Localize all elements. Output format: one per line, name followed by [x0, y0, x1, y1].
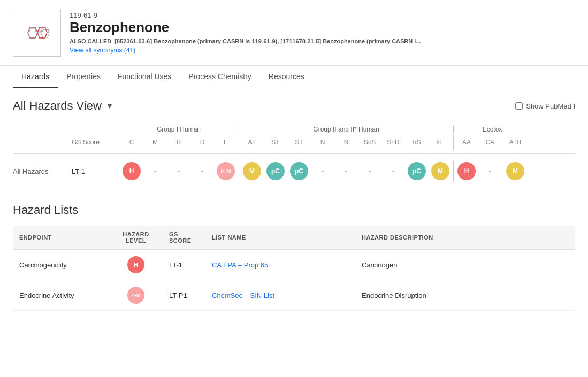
col-header-e: E: [214, 139, 238, 146]
badge-irs: pC: [408, 162, 426, 180]
badge-level-1: H: [127, 256, 144, 273]
badge-c: H: [123, 162, 141, 180]
cell-n1: -: [311, 167, 334, 175]
col-header-snr: SnR: [381, 139, 405, 146]
cell-e[interactable]: H-M: [214, 162, 238, 180]
badge-e: H-M: [217, 162, 235, 180]
pubmed-checkbox-area: Show PubMed I: [515, 102, 575, 110]
cell-m: -: [143, 167, 167, 175]
col-header-n2: N: [334, 139, 358, 146]
badge-st2: pC: [290, 162, 308, 180]
col-header-at: AT: [240, 139, 264, 146]
view-header: All Hazards View ▼ Show PubMed I: [13, 99, 575, 113]
tab-bar: Hazards Properties Functional Uses Proce…: [0, 66, 588, 88]
table-row: Carcinogenicity H LT-1 CA EPA – Prop 65 …: [13, 250, 575, 280]
list-carcinogenicity[interactable]: CA EPA – Prop 65: [205, 250, 355, 280]
col-header-irs: IrS: [405, 139, 429, 146]
cell-at[interactable]: M: [240, 162, 264, 180]
list-link-2[interactable]: ChemSec – SIN List: [212, 291, 274, 299]
cell-atb[interactable]: M: [502, 162, 529, 180]
col-header-m: M: [143, 139, 167, 146]
cell-d: -: [190, 167, 214, 175]
badge-aa: H: [457, 162, 476, 180]
main-content: All Hazards View ▼ Show PubMed I Group I…: [0, 88, 588, 321]
level-endocrine: H-M: [109, 280, 163, 311]
cell-st2[interactable]: pC: [287, 162, 311, 180]
hazards-grid: Group I Human Group II and II* Human Eco…: [13, 126, 575, 186]
hazard-lists-section: Hazard Lists ENDPOINT HAZARD LEVEL GS SC…: [13, 203, 575, 311]
endpoint-endocrine: Endocrine Activity: [13, 280, 109, 311]
svg-line-8: [28, 33, 30, 38]
score-carcinogenicity: LT-1: [163, 250, 205, 280]
dropdown-arrow-icon: ▼: [106, 102, 113, 110]
page-header: O 119-61-9 Benzophenone ALSO CALLED [852…: [0, 0, 588, 66]
th-list-name: LIST NAME: [205, 226, 355, 250]
col-header-ca: CA: [478, 139, 502, 146]
ecotox-label: Ecotox: [455, 126, 530, 133]
desc-carcinogenicity: Carcinogen: [355, 250, 575, 280]
th-gs-score: GS SCORE: [163, 226, 205, 250]
all-hazards-row: All Hazards LT-1 H - - - H-M M pC: [13, 156, 575, 186]
col-header-n1: N: [311, 139, 334, 146]
svg-line-6: [35, 33, 37, 38]
cell-aa[interactable]: H: [455, 162, 478, 180]
cell-ca: -: [478, 167, 502, 175]
col-header-atb: ATB: [502, 139, 529, 146]
also-called-label: ALSO CALLED: [70, 38, 111, 44]
compound-name: Benzophenone: [70, 19, 421, 36]
row-label: All Hazards: [13, 167, 72, 175]
molecule-image: O: [13, 9, 61, 57]
cas-number: 119-61-9: [70, 11, 421, 19]
cell-n2: -: [334, 167, 358, 175]
tab-properties[interactable]: Properties: [58, 66, 109, 88]
badge-level-2: H-M: [127, 287, 144, 304]
also-called-text: [852361-03-6] Benzophenone (primary CASR…: [114, 38, 421, 44]
col-header-d: D: [190, 139, 214, 146]
group2-label: Group II and II* Human: [240, 126, 452, 133]
badge-st1: pC: [266, 162, 285, 180]
view-title-text: All Hazards View: [13, 99, 102, 113]
tab-process-chemistry[interactable]: Process Chemistry: [180, 66, 259, 88]
score-endocrine: LT-P1: [163, 280, 205, 311]
compound-info: 119-61-9 Benzophenone ALSO CALLED [85236…: [70, 11, 421, 54]
list-link-1[interactable]: CA EPA – Prop 65: [212, 261, 268, 269]
pubmed-label: Show PubMed I: [526, 102, 575, 110]
level-carcinogenicity: H: [109, 250, 163, 280]
cell-ire[interactable]: M: [429, 162, 452, 180]
pubmed-checkbox[interactable]: [515, 102, 523, 110]
col-header-ire: IrE: [429, 139, 452, 146]
cell-st1[interactable]: pC: [264, 162, 287, 180]
desc-endocrine: Endocrine Disruption: [355, 280, 575, 311]
synonyms-link[interactable]: View all synonyms (41): [70, 47, 135, 54]
also-called: ALSO CALLED [852361-03-6] Benzophenone (…: [70, 38, 421, 44]
table-row: Endocrine Activity H-M LT-P1 ChemSec – S…: [13, 280, 575, 311]
cell-sns: -: [358, 167, 381, 175]
col-header-aa: AA: [455, 139, 478, 146]
group1-label: Group I Human: [120, 126, 238, 133]
tab-hazards[interactable]: Hazards: [13, 66, 58, 88]
col-header-c: C: [120, 139, 143, 146]
svg-line-3: [28, 27, 30, 33]
cell-r: -: [167, 167, 190, 175]
svg-line-17: [48, 33, 49, 37]
list-endocrine[interactable]: ChemSec – SIN List: [205, 280, 355, 311]
cell-c[interactable]: H: [120, 162, 143, 180]
view-title-button[interactable]: All Hazards View ▼: [13, 99, 113, 113]
badge-at: M: [243, 162, 261, 180]
tab-functional-uses[interactable]: Functional Uses: [109, 66, 180, 88]
th-hazard-level: HAZARD LEVEL: [109, 226, 163, 250]
molecule-svg: O: [18, 14, 56, 51]
col-header-sns: SnS: [358, 139, 381, 146]
badge-ire: M: [431, 162, 449, 180]
col-header-gs: GS Score: [72, 139, 120, 146]
badge-atb: M: [506, 162, 524, 180]
hazard-lists-title: Hazard Lists: [13, 203, 575, 217]
cell-irs[interactable]: pC: [405, 162, 429, 180]
tab-resources[interactable]: Resources: [260, 66, 313, 88]
svg-line-19: [41, 33, 43, 37]
col-header-st2: ST: [287, 139, 311, 146]
table-header-row: ENDPOINT HAZARD LEVEL GS SCORE LIST NAME…: [13, 226, 575, 250]
th-endpoint: ENDPOINT: [13, 226, 109, 250]
th-hazard-desc: HAZARD DESCRIPTION: [355, 226, 575, 250]
col-header-r: R: [167, 139, 190, 146]
